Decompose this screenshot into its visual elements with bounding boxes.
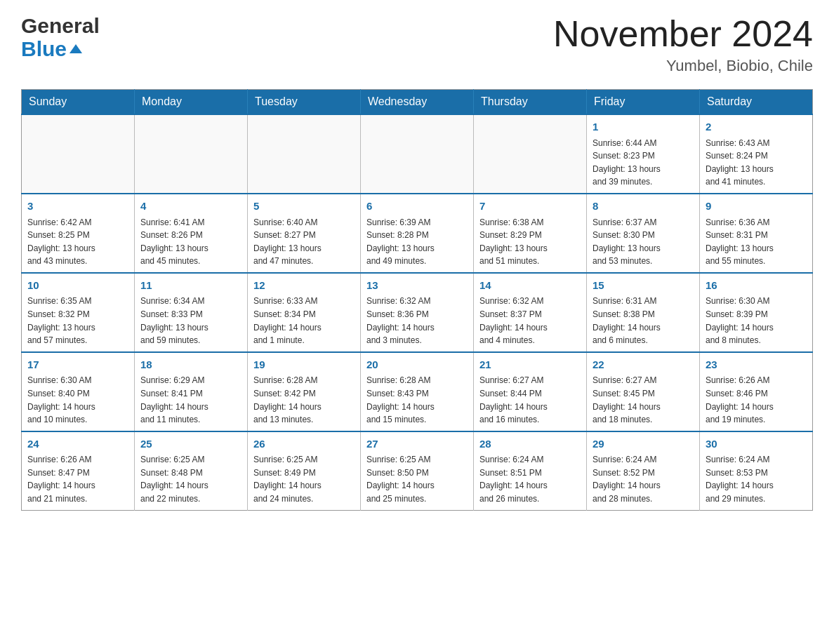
day-info: Sunrise: 6:24 AM Sunset: 8:51 PM Dayligh… [479,453,581,505]
day-number: 9 [706,199,807,215]
day-info: Sunrise: 6:26 AM Sunset: 8:46 PM Dayligh… [706,374,807,426]
day-number: 7 [479,199,581,215]
day-info: Sunrise: 6:43 AM Sunset: 8:24 PM Dayligh… [706,137,807,189]
calendar-cell: 10Sunrise: 6:35 AM Sunset: 8:32 PM Dayli… [22,273,135,352]
day-number: 26 [253,436,355,452]
day-number: 12 [253,278,355,294]
day-number: 15 [593,278,694,294]
day-info: Sunrise: 6:25 AM Sunset: 8:49 PM Dayligh… [253,453,355,505]
calendar-cell: 9Sunrise: 6:36 AM Sunset: 8:31 PM Daylig… [700,194,813,273]
calendar-cell: 21Sunrise: 6:27 AM Sunset: 8:44 PM Dayli… [474,352,587,431]
calendar-cell: 6Sunrise: 6:39 AM Sunset: 8:28 PM Daylig… [361,194,474,273]
calendar-day-header: Thursday [474,90,587,115]
day-number: 3 [27,199,128,215]
day-number: 25 [140,436,241,452]
day-number: 28 [479,436,581,452]
calendar-cell: 14Sunrise: 6:32 AM Sunset: 8:37 PM Dayli… [474,273,587,352]
calendar-cell [135,114,248,194]
day-number: 8 [593,199,694,215]
day-number: 14 [479,278,581,294]
calendar-cell: 23Sunrise: 6:26 AM Sunset: 8:46 PM Dayli… [700,352,813,431]
day-info: Sunrise: 6:24 AM Sunset: 8:52 PM Dayligh… [593,453,694,505]
calendar-cell: 8Sunrise: 6:37 AM Sunset: 8:30 PM Daylig… [587,194,700,273]
calendar-cell: 3Sunrise: 6:42 AM Sunset: 8:25 PM Daylig… [22,194,135,273]
calendar-day-header: Wednesday [361,90,474,115]
day-number: 11 [140,278,241,294]
calendar-cell: 12Sunrise: 6:33 AM Sunset: 8:34 PM Dayli… [248,273,361,352]
day-info: Sunrise: 6:32 AM Sunset: 8:36 PM Dayligh… [366,295,468,347]
calendar-cell: 17Sunrise: 6:30 AM Sunset: 8:40 PM Dayli… [22,352,135,431]
calendar-cell: 18Sunrise: 6:29 AM Sunset: 8:41 PM Dayli… [135,352,248,431]
day-number: 5 [253,199,355,215]
day-number: 19 [253,357,355,373]
day-info: Sunrise: 6:28 AM Sunset: 8:42 PM Dayligh… [253,374,355,426]
day-info: Sunrise: 6:35 AM Sunset: 8:32 PM Dayligh… [27,295,128,347]
calendar-week-row: 24Sunrise: 6:26 AM Sunset: 8:47 PM Dayli… [22,431,813,510]
day-info: Sunrise: 6:25 AM Sunset: 8:48 PM Dayligh… [140,453,241,505]
day-info: Sunrise: 6:29 AM Sunset: 8:41 PM Dayligh… [140,374,241,426]
calendar-cell [22,114,135,194]
day-number: 2 [706,119,807,135]
day-number: 17 [27,357,128,373]
calendar-cell: 25Sunrise: 6:25 AM Sunset: 8:48 PM Dayli… [135,431,248,510]
calendar-week-row: 3Sunrise: 6:42 AM Sunset: 8:25 PM Daylig… [22,194,813,273]
calendar-cell: 24Sunrise: 6:26 AM Sunset: 8:47 PM Dayli… [22,431,135,510]
day-info: Sunrise: 6:37 AM Sunset: 8:30 PM Dayligh… [593,216,694,268]
calendar-cell: 16Sunrise: 6:30 AM Sunset: 8:39 PM Dayli… [700,273,813,352]
day-info: Sunrise: 6:40 AM Sunset: 8:27 PM Dayligh… [253,216,355,268]
day-info: Sunrise: 6:32 AM Sunset: 8:37 PM Dayligh… [479,295,581,347]
month-title: November 2024 [553,14,813,54]
day-info: Sunrise: 6:25 AM Sunset: 8:50 PM Dayligh… [366,453,468,505]
day-info: Sunrise: 6:34 AM Sunset: 8:33 PM Dayligh… [140,295,241,347]
calendar-cell: 28Sunrise: 6:24 AM Sunset: 8:51 PM Dayli… [474,431,587,510]
calendar-week-row: 10Sunrise: 6:35 AM Sunset: 8:32 PM Dayli… [22,273,813,352]
day-number: 13 [366,278,468,294]
day-info: Sunrise: 6:38 AM Sunset: 8:29 PM Dayligh… [479,216,581,268]
calendar-day-header: Tuesday [248,90,361,115]
calendar-cell: 7Sunrise: 6:38 AM Sunset: 8:29 PM Daylig… [474,194,587,273]
day-number: 4 [140,199,241,215]
day-number: 18 [140,357,241,373]
day-info: Sunrise: 6:44 AM Sunset: 8:23 PM Dayligh… [593,137,694,189]
logo-blue: Blue [21,37,100,60]
page-header: General Blue November 2024 Yumbel, Biobi… [21,14,813,75]
day-number: 30 [706,436,807,452]
day-info: Sunrise: 6:28 AM Sunset: 8:43 PM Dayligh… [366,374,468,426]
calendar-cell: 11Sunrise: 6:34 AM Sunset: 8:33 PM Dayli… [135,273,248,352]
day-info: Sunrise: 6:39 AM Sunset: 8:28 PM Dayligh… [366,216,468,268]
calendar-cell: 30Sunrise: 6:24 AM Sunset: 8:53 PM Dayli… [700,431,813,510]
calendar-day-header: Monday [135,90,248,115]
day-info: Sunrise: 6:31 AM Sunset: 8:38 PM Dayligh… [593,295,694,347]
calendar-week-row: 1Sunrise: 6:44 AM Sunset: 8:23 PM Daylig… [22,114,813,194]
day-info: Sunrise: 6:27 AM Sunset: 8:45 PM Dayligh… [593,374,694,426]
day-info: Sunrise: 6:33 AM Sunset: 8:34 PM Dayligh… [253,295,355,347]
location-subtitle: Yumbel, Biobio, Chile [553,57,813,75]
day-info: Sunrise: 6:41 AM Sunset: 8:26 PM Dayligh… [140,216,241,268]
calendar-cell: 27Sunrise: 6:25 AM Sunset: 8:50 PM Dayli… [361,431,474,510]
day-number: 16 [706,278,807,294]
calendar-cell: 29Sunrise: 6:24 AM Sunset: 8:52 PM Dayli… [587,431,700,510]
calendar-header-row: SundayMondayTuesdayWednesdayThursdayFrid… [22,90,813,115]
calendar-cell: 13Sunrise: 6:32 AM Sunset: 8:36 PM Dayli… [361,273,474,352]
day-number: 24 [27,436,128,452]
logo-triangle-icon [70,44,82,53]
day-number: 22 [593,357,694,373]
calendar-cell: 19Sunrise: 6:28 AM Sunset: 8:42 PM Dayli… [248,352,361,431]
day-number: 1 [593,119,694,135]
day-info: Sunrise: 6:27 AM Sunset: 8:44 PM Dayligh… [479,374,581,426]
day-number: 21 [479,357,581,373]
calendar-cell [248,114,361,194]
day-info: Sunrise: 6:42 AM Sunset: 8:25 PM Dayligh… [27,216,128,268]
day-number: 23 [706,357,807,373]
day-info: Sunrise: 6:26 AM Sunset: 8:47 PM Dayligh… [27,453,128,505]
calendar-day-header: Friday [587,90,700,115]
calendar-week-row: 17Sunrise: 6:30 AM Sunset: 8:40 PM Dayli… [22,352,813,431]
calendar-cell [361,114,474,194]
calendar-cell: 5Sunrise: 6:40 AM Sunset: 8:27 PM Daylig… [248,194,361,273]
day-number: 27 [366,436,468,452]
calendar-cell: 15Sunrise: 6:31 AM Sunset: 8:38 PM Dayli… [587,273,700,352]
day-info: Sunrise: 6:24 AM Sunset: 8:53 PM Dayligh… [706,453,807,505]
logo-general: General [21,14,100,37]
calendar-day-header: Sunday [22,90,135,115]
day-number: 6 [366,199,468,215]
